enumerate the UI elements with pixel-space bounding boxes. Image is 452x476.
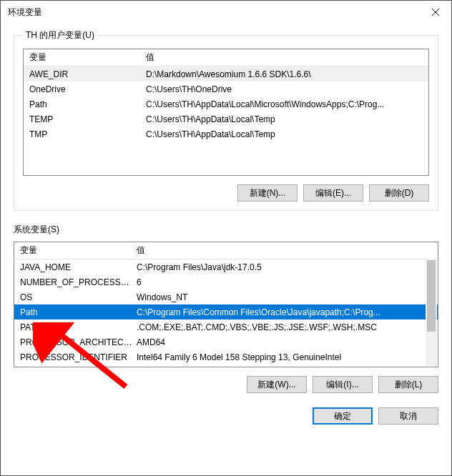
- table-row[interactable]: TEMPC:\Users\TH\AppData\Local\Temp: [24, 111, 428, 127]
- cell-value: Intel64 Family 6 Model 158 Stepping 13, …: [132, 352, 438, 362]
- content: TH 的用户变量(U) 变量 值 AWE_DIRD:\Markdown\Awes…: [1, 24, 451, 403]
- user-buttons: 新建(N)... 编辑(E)... 删除(D): [23, 184, 429, 202]
- col-header-value[interactable]: 值: [142, 51, 428, 64]
- cell-value: C:\Users\TH\AppData\Local\Microsoft\Wind…: [142, 99, 428, 109]
- system-table-header: 变量 值: [14, 242, 438, 259]
- user-new-button[interactable]: 新建(N)...: [237, 184, 298, 202]
- cancel-button[interactable]: 取消: [378, 407, 438, 425]
- scrollbar[interactable]: [426, 260, 437, 366]
- cell-name: PROCESSOR_ARCHITECT...: [14, 337, 132, 347]
- titlebar: 环境变量: [1, 1, 451, 24]
- cell-name: PATHEXT: [14, 322, 132, 332]
- system-new-button[interactable]: 新建(W)...: [247, 376, 307, 393]
- window-title: 环境变量: [8, 6, 42, 19]
- user-delete-button[interactable]: 删除(D): [369, 184, 429, 202]
- table-row[interactable]: AWE_DIRD:\Markdown\Awesomium 1.6.6 SDK\1…: [24, 66, 428, 81]
- cell-value: C:\Users\TH\OneDrive: [142, 84, 428, 94]
- dialog-footer: 确定 取消: [1, 403, 451, 425]
- cell-value: AMD64: [132, 337, 438, 347]
- cell-value: .COM;.EXE;.BAT;.CMD;.VBS;.VBE;.JS;.JSE;.…: [132, 322, 438, 332]
- cell-value: C:\Program Files\Common Files\Oracle\Jav…: [132, 307, 438, 317]
- scrollbar-thumb[interactable]: [427, 260, 436, 332]
- user-table-header: 变量 值: [24, 49, 428, 66]
- system-vars-label: 系统变量(S): [14, 224, 438, 236]
- close-button[interactable]: [419, 1, 451, 24]
- cell-name: NUMBER_OF_PROCESSORS: [14, 277, 132, 287]
- col-header-value[interactable]: 值: [132, 244, 438, 257]
- col-header-name[interactable]: 变量: [14, 244, 132, 257]
- cell-name: OneDrive: [24, 84, 142, 94]
- cell-name: TMP: [24, 129, 142, 139]
- user-vars-table[interactable]: 变量 值 AWE_DIRD:\Markdown\Awesomium 1.6.6 …: [23, 49, 429, 176]
- table-row[interactable]: PathC:\Program Files\Common Files\Oracle…: [14, 304, 438, 319]
- system-vars-table[interactable]: 变量 值 JAVA_HOMEC:\Program Files\Java\jdk-…: [14, 242, 438, 367]
- user-vars-legend: TH 的用户变量(U): [23, 29, 97, 41]
- system-rows: JAVA_HOMEC:\Program Files\Java\jdk-17.0.…: [14, 259, 438, 365]
- env-vars-dialog: 环境变量 TH 的用户变量(U) 变量 值 AWE_DIRD:\Markdown…: [0, 0, 452, 476]
- column-divider[interactable]: [145, 51, 146, 64]
- cell-name: OS: [14, 292, 132, 302]
- table-row[interactable]: OSWindows_NT: [14, 289, 438, 304]
- user-vars-group: TH 的用户变量(U) 变量 值 AWE_DIRD:\Markdown\Awes…: [14, 29, 438, 211]
- table-row[interactable]: NUMBER_OF_PROCESSORS6: [14, 274, 438, 289]
- table-row[interactable]: PROCESSOR_IDENTIFIERIntel64 Family 6 Mod…: [14, 349, 438, 365]
- user-rows: AWE_DIRD:\Markdown\Awesomium 1.6.6 SDK\1…: [24, 66, 428, 142]
- table-row[interactable]: PROCESSOR_ARCHITECT...AMD64: [14, 334, 438, 349]
- system-delete-button[interactable]: 删除(L): [378, 376, 438, 393]
- table-row[interactable]: TMPC:\Users\TH\AppData\Local\Temp: [24, 127, 428, 142]
- column-divider[interactable]: [136, 244, 137, 257]
- cell-name: Path: [24, 99, 142, 109]
- col-header-name[interactable]: 变量: [24, 51, 142, 64]
- cell-value: 6: [132, 277, 438, 287]
- cell-name: JAVA_HOME: [14, 262, 132, 272]
- cell-name: PROCESSOR_IDENTIFIER: [14, 352, 132, 362]
- table-row[interactable]: PathC:\Users\TH\AppData\Local\Microsoft\…: [24, 96, 428, 111]
- cell-name: AWE_DIR: [24, 69, 142, 79]
- table-row[interactable]: OneDriveC:\Users\TH\OneDrive: [24, 81, 428, 96]
- system-buttons: 新建(W)... 编辑(I)... 删除(L): [14, 376, 438, 393]
- table-row[interactable]: JAVA_HOMEC:\Program Files\Java\jdk-17.0.…: [14, 259, 438, 274]
- cell-value: C:\Users\TH\AppData\Local\Temp: [142, 114, 428, 124]
- cell-value: C:\Program Files\Java\jdk-17.0.5: [132, 262, 438, 272]
- system-edit-button[interactable]: 编辑(I)...: [313, 376, 373, 393]
- user-edit-button[interactable]: 编辑(E)...: [303, 184, 363, 202]
- close-icon: [432, 9, 439, 16]
- cell-value: D:\Markdown\Awesomium 1.6.6 SDK\1.6.6\: [142, 69, 428, 79]
- table-row[interactable]: PATHEXT.COM;.EXE;.BAT;.CMD;.VBS;.VBE;.JS…: [14, 319, 438, 334]
- cell-name: TEMP: [24, 114, 142, 124]
- cell-name: Path: [14, 307, 132, 317]
- cell-value: Windows_NT: [132, 292, 438, 302]
- ok-button[interactable]: 确定: [313, 407, 373, 425]
- cell-value: C:\Users\TH\AppData\Local\Temp: [142, 129, 428, 139]
